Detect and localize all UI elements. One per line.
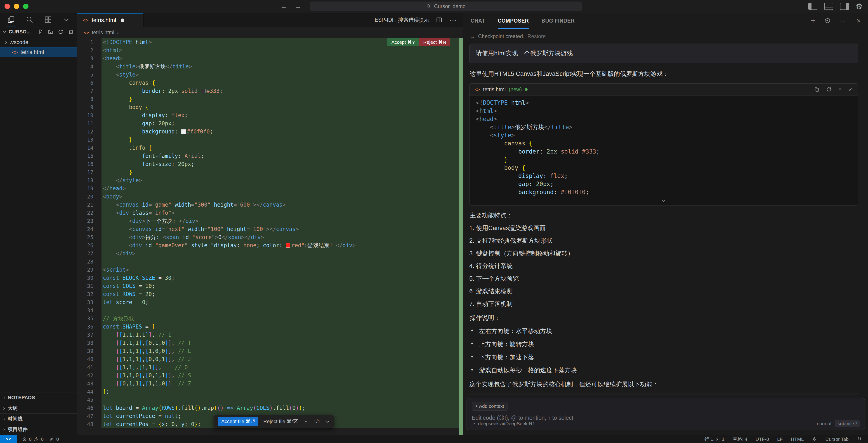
toggle-right-sidebar-icon[interactable] [840,3,849,10]
code-line-content[interactable]: font-family: Arial; [101,152,459,160]
code-line-content[interactable]: const ROWS = 20; [101,290,459,298]
reject-code-icon[interactable]: × [838,86,842,93]
toggle-left-sidebar-icon[interactable] [808,3,817,10]
esp-idf-action[interactable]: ESP-IDF: 搜索错误提示 [375,16,430,24]
prev-change-icon[interactable] [304,419,309,424]
code-line-content[interactable]: [[1,1,1,1]], // I [101,331,459,339]
code-line-content[interactable] [101,396,459,404]
breadcrumb-more[interactable]: ... [121,30,126,36]
encoding[interactable]: UTF-8 [755,437,769,442]
close-window-button[interactable] [4,4,10,9]
more-editor-actions-icon[interactable]: ··· [449,16,457,24]
maximize-window-button[interactable] [23,4,29,9]
code-line-content[interactable]: <style> [101,71,459,79]
remote-indicator[interactable]: >< [0,435,17,443]
overview-ruler[interactable] [459,38,463,435]
code-line-content[interactable]: } [101,95,459,103]
reapply-code-icon[interactable] [826,87,832,92]
code-line-content[interactable]: .info { [101,144,459,152]
submit-button[interactable]: submit ⏎ [835,420,860,427]
diff-reject-button[interactable]: Reject ⌘N [419,38,450,46]
indentation[interactable]: 空格: 4 [733,436,747,442]
model-chevron-icon[interactable] [472,421,476,425]
code-line-content[interactable]: <div id="gameOver" style="display: none;… [101,241,459,249]
code-line-content[interactable]: [[1,1],[1,1]], // O [101,363,459,371]
code-line-content[interactable]: let score = 0; [101,298,459,306]
refresh-explorer-icon[interactable] [58,29,63,35]
diff-accept-button[interactable]: Accept ⌘Y [387,38,419,46]
sidebar-item--vscode[interactable]: ›.vscode [0,37,77,47]
code-line-content[interactable]: </div> [101,249,459,258]
composer-input[interactable]: + Add context Edit code (⌘I), @ to menti… [467,398,865,430]
next-change-icon[interactable] [325,419,330,424]
tab-tetris-html[interactable]: <> tetris.html [77,13,144,27]
code-line-content[interactable]: display: flex; [101,111,459,120]
tab-chat[interactable]: CHAT [471,13,485,29]
code-line-content[interactable]: <script> [101,266,459,274]
restore-checkpoint-button[interactable]: Restore [528,33,546,39]
code-line-content[interactable]: background: #f0f0f0; [101,128,459,136]
split-editor-icon[interactable] [436,17,442,23]
code-line-content[interactable]: <canvas id="game" width="300" height="60… [101,201,459,209]
extensions-view-icon[interactable] [44,13,52,26]
sidebar-section-大纲[interactable]: ›大纲 [0,403,77,413]
code-line-content[interactable] [101,258,459,266]
code-line-content[interactable]: <canvas id="next" width="100" height="10… [101,225,459,233]
code-line-content[interactable]: <html> [101,46,459,55]
command-center-search[interactable]: Cursor_demo [310,2,582,11]
accept-file-button[interactable]: Accept file ⌘⏎ [218,417,258,426]
history-icon[interactable] [825,18,831,24]
reject-file-button[interactable]: Reject file ⌘⌫ [264,419,299,424]
tab-composer[interactable]: COMPOSER [498,13,529,29]
sidebar-section-notepads[interactable]: ›NOTEPADS [0,392,77,403]
code-line-content[interactable]: <div>得分: <span id="score">0</span></div> [101,233,459,241]
code-line-content[interactable]: const SHAPES = [ [101,322,459,331]
code-line-content[interactable]: } [101,168,459,176]
code-line-content[interactable]: body { [101,103,459,111]
tab-bug-finder[interactable]: BUG FINDER [541,13,575,29]
ports-status[interactable]: 0 [49,437,59,442]
mode-label[interactable]: normal [817,421,831,426]
language-mode[interactable]: HTML [791,437,804,442]
cursor-tab-status[interactable]: Cursor Tab [826,437,848,442]
minimize-window-button[interactable] [14,4,19,9]
history-forward-icon[interactable]: → [295,2,302,10]
code-line-content[interactable]: <body> [101,193,459,201]
code-line-content[interactable]: ]; [101,388,459,396]
code-line-content[interactable]: [[1,1,1],[1,0,0]], // L [101,347,459,355]
composer-conversation[interactable]: → Checkpoint created. Restore 请使用html实现一… [463,29,868,395]
user-message[interactable]: 请使用html实现一个俄罗斯方块游戏 [469,43,858,63]
sidebar-item-tetris-html[interactable]: <>tetris.html [0,47,77,57]
code-line-content[interactable]: } [101,136,459,144]
model-selector[interactable]: deepseek-ai/DeepSeek-R1 [478,421,535,426]
add-context-button[interactable]: + Add context [472,402,507,410]
code-line-content[interactable]: [[1,1,1],[0,0,1]], // J [101,355,459,363]
new-file-icon[interactable] [38,29,43,35]
settings-gear-icon[interactable]: ⚙ [856,2,863,10]
code-line-content[interactable]: [[0,1,1],[1,1,0]] // Z [101,380,459,388]
code-line-content[interactable]: gap: 20px; [101,120,459,128]
more-options-icon[interactable]: ··· [840,17,847,24]
code-line-content[interactable]: canvas { [101,79,459,87]
code-editor[interactable]: 1<!DOCTYPE html>2<html>3<head>4 <title>俄… [77,38,463,435]
history-back-icon[interactable]: ← [280,2,287,10]
chevron-down-icon[interactable] [3,30,7,34]
modified-dot-icon[interactable] [121,19,124,22]
code-line-content[interactable]: // 方块形状 [101,314,459,322]
sidebar-section-时间线[interactable]: ›时间线 [0,413,77,424]
eol-sequence[interactable]: LF [777,437,783,442]
code-line-content[interactable]: let board = Array(ROWS).fill().map(() =>… [101,404,459,412]
code-line-content[interactable] [101,306,459,314]
code-line-content[interactable]: const BLOCK_SIZE = 30; [101,274,459,282]
code-line-content[interactable]: <div class="info"> [101,209,459,217]
explorer-view-icon[interactable] [7,13,15,26]
sidebar-section-项目组件[interactable]: ›项目组件 [0,424,77,435]
cursor-position[interactable]: 行 1, 列 1 [704,436,724,442]
code-line-content[interactable]: font-size: 20px; [101,160,459,168]
more-views-chevron-icon[interactable] [63,13,70,26]
code-line-content[interactable]: <div>下一个方块: </div> [101,217,459,225]
accept-code-icon[interactable]: ✓ [848,86,853,93]
breadcrumb-file[interactable]: tetris.html [92,30,114,36]
new-composer-icon[interactable]: + [811,17,815,25]
code-line-content[interactable]: </style> [101,176,459,184]
